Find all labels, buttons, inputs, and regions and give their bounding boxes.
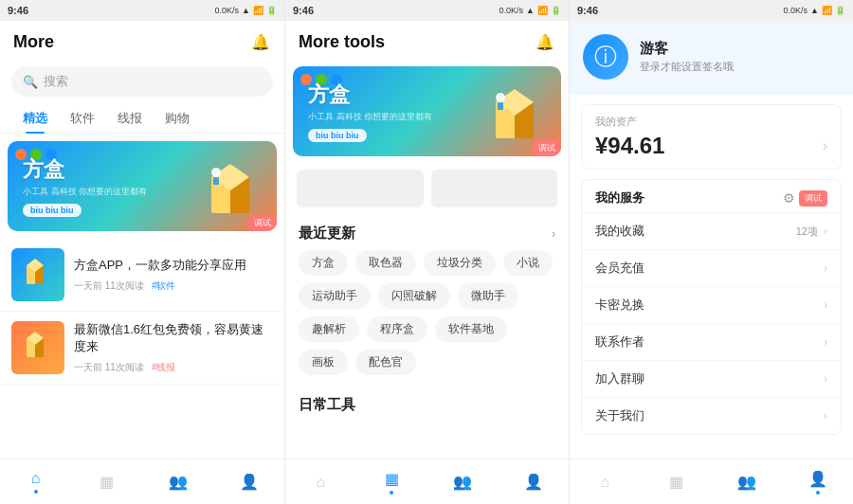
banner-inner-2: 方盒 小工具 高科技 你想要的这里都有 biu biu biu — [293, 66, 561, 156]
nav-people-2[interactable]: 👥 — [427, 459, 499, 504]
service-item-label-3: 联系作者 — [595, 333, 644, 351]
chevron-icon-3: › — [824, 335, 827, 349]
tool-tag-4[interactable]: 运动助手 — [299, 283, 371, 309]
svg-rect-15 — [498, 102, 503, 110]
nav-home-2[interactable]: ⌂ — [285, 459, 356, 504]
svg-point-3 — [211, 168, 221, 177]
status-bar-3: 9:46 0.0K/s ▲ 📶 🔋 — [570, 0, 853, 21]
panel-more-tools: 9:46 0.0K/s ▲ 📶 🔋 More tools 🔔 方盒 小工具 高科… — [284, 0, 569, 504]
nav-person-1[interactable]: 👤 — [213, 459, 284, 504]
tool-tag-11[interactable]: 配色官 — [355, 350, 416, 375]
article-info-0: 方盒APP，一款多功能分享应用 一天前 11次阅读 #软件 — [74, 257, 273, 293]
tab-featured[interactable]: 精选 — [11, 104, 59, 133]
nav-people-3[interactable]: 👥 — [712, 459, 783, 504]
nav-home-3[interactable]: ⌂ — [570, 459, 641, 504]
nav-home-1[interactable]: ⌂ — [0, 459, 71, 504]
people-icon-2: 👥 — [453, 473, 472, 491]
recent-more[interactable]: › — [552, 227, 555, 241]
daily-section: 日常工具 — [285, 387, 569, 425]
service-item-5[interactable]: 关于我们 › — [582, 397, 841, 434]
service-item-label-0: 我的收藏 — [595, 223, 644, 240]
banner-text-1: 方盒 小工具 高科技 你想要的这里都有 biu biu biu — [23, 155, 147, 217]
bottom-nav-1: ⌂ ▦ 👥 👤 — [0, 459, 284, 504]
nav-people-1[interactable]: 👥 — [142, 459, 213, 504]
recent-section: 最近更新 › 方盒 取色器 垃圾分类 小说 运动助手 闪照破解 微助手 趣解析 … — [285, 215, 569, 387]
banner-text-2: 方盒 小工具 高科技 你想要的这里都有 biu biu biu — [308, 81, 432, 142]
profile-name: 游客 — [640, 40, 734, 58]
header-2: More tools 🔔 — [285, 21, 569, 63]
signal-icon-3: ▲ — [810, 6, 819, 15]
article-meta-1: 一天前 11次阅读 #线报 — [74, 361, 273, 374]
gear-icon[interactable]: ⚙ — [783, 190, 795, 206]
banner-btn-1[interactable]: biu biu biu — [23, 204, 82, 217]
asset-label: 我的资产 — [595, 115, 827, 129]
nav-person-3[interactable]: 👤 — [782, 459, 853, 504]
banner-inner-1: 方盒 小工具 高科技 你想要的这里都有 biu biu biu — [8, 141, 277, 231]
banner-2[interactable]: 方盒 小工具 高科技 你想要的这里都有 biu biu biu 调试 — [293, 66, 561, 156]
service-title: 我的服务 — [595, 189, 644, 207]
battery-icon: 🔋 — [266, 6, 277, 15]
tool-tag-2[interactable]: 垃圾分类 — [424, 250, 496, 276]
tool-tag-1[interactable]: 取色器 — [355, 250, 416, 276]
service-item-1[interactable]: 会员充值 › — [582, 249, 841, 286]
service-item-right-0: 12项 › — [796, 225, 827, 239]
bottom-nav-3: ⌂ ▦ 👥 👤 — [570, 459, 853, 504]
service-item-right-5: › — [824, 409, 827, 423]
profile-sub: 登录才能设置签名哦 — [640, 60, 734, 74]
banner-illustration-2 — [481, 74, 548, 149]
speed-1: 0.0K/s — [215, 6, 240, 15]
asset-card[interactable]: 我的资产 ¥94.61 › — [581, 104, 842, 170]
people-icon-1: 👥 — [169, 473, 188, 491]
article-item-0[interactable]: 方盒APP，一款多功能分享应用 一天前 11次阅读 #软件 — [0, 239, 284, 312]
service-item-label-1: 会员充值 — [595, 260, 644, 277]
wifi-icon-3: 📶 — [822, 6, 832, 15]
service-item-0[interactable]: 我的收藏 12项 › — [582, 212, 841, 249]
placeholder-card-2 — [431, 170, 558, 207]
search-placeholder-1: 搜索 — [44, 73, 68, 90]
search-bar-1[interactable]: 🔍 搜索 — [11, 66, 273, 97]
status-icons-3: 0.0K/s ▲ 📶 🔋 — [784, 6, 845, 15]
tab-shop[interactable]: 购物 — [154, 104, 201, 133]
wifi-icon-2: 📶 — [537, 6, 548, 15]
service-item-4[interactable]: 加入群聊 › — [582, 360, 841, 397]
tab-software[interactable]: 软件 — [59, 104, 106, 133]
banner-illustration-1 — [197, 149, 263, 224]
bottom-nav-2: ⌂ ▦ 👥 👤 — [285, 459, 569, 504]
tool-tag-8[interactable]: 程序盒 — [367, 316, 427, 342]
tool-tag-7[interactable]: 趣解析 — [299, 316, 359, 342]
asset-arrow-icon: › — [823, 137, 827, 154]
tool-tag-9[interactable]: 软件基地 — [435, 316, 507, 342]
tool-tag-10[interactable]: 画板 — [299, 350, 348, 375]
time-3: 9:46 — [577, 5, 598, 16]
chevron-icon-2: › — [824, 298, 827, 312]
nav-grid-3[interactable]: ▦ — [641, 459, 712, 504]
tool-tag-3[interactable]: 小说 — [503, 250, 553, 276]
debug-badge-2: 调试 — [533, 140, 561, 156]
article-title-0: 方盒APP，一款多功能分享应用 — [74, 257, 273, 274]
service-item-right-2: › — [824, 298, 827, 312]
nav-grid-2[interactable]: ▦ — [356, 459, 427, 504]
tab-deals[interactable]: 线报 — [106, 104, 154, 133]
tool-tag-0[interactable]: 方盒 — [299, 250, 348, 276]
service-item-3[interactable]: 联系作者 › — [582, 323, 841, 360]
service-item-right-4: › — [824, 372, 827, 386]
nav-person-2[interactable]: 👤 — [498, 459, 569, 504]
bell-button-1[interactable]: 🔔 — [250, 31, 271, 52]
article-item-1[interactable]: 最新微信1.6红包免费领，容易黄速度来 一天前 11次阅读 #线报 — [0, 312, 284, 385]
nav-grid-1[interactable]: ▦ — [71, 459, 142, 504]
tool-tag-6[interactable]: 微助手 — [458, 283, 518, 309]
banner-1[interactable]: 方盒 小工具 高科技 你想要的这里都有 biu biu biu — [8, 141, 277, 231]
signal-icon: ▲ — [242, 6, 250, 15]
bell-button-2[interactable]: 🔔 — [535, 31, 555, 52]
tool-tag-5[interactable]: 闪照破解 — [378, 283, 450, 309]
banner-btn-2[interactable]: biu biu biu — [308, 129, 367, 142]
service-item-right-1: › — [824, 261, 827, 275]
home-icon-2: ⌂ — [317, 474, 326, 491]
content-2: 方盒 小工具 高科技 你想要的这里都有 biu biu biu 调试 — [285, 63, 569, 459]
section-header-daily: 日常工具 — [299, 396, 555, 414]
section-header-recent: 最近更新 › — [299, 225, 555, 243]
nav-dot-3 — [816, 491, 820, 495]
service-item-label-4: 加入群聊 — [595, 370, 644, 387]
service-item-2[interactable]: 卡密兑换 › — [582, 286, 841, 323]
service-card: 我的服务 ⚙ 调试 我的收藏 12项 › 会员充值 › 卡密兑换 › — [581, 179, 842, 435]
